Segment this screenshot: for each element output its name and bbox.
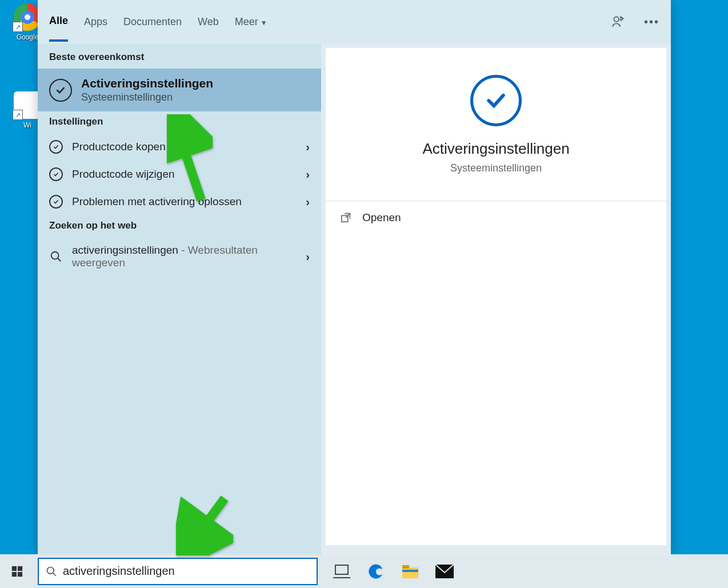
- best-match-title: Activeringsinstellingen: [81, 77, 213, 90]
- svg-point-0: [614, 17, 619, 22]
- svg-rect-17: [402, 567, 418, 578]
- tab-all[interactable]: Alle: [49, 2, 68, 42]
- chevron-right-icon[interactable]: ›: [306, 168, 310, 181]
- search-icon: [46, 566, 57, 577]
- chevron-right-icon[interactable]: ›: [306, 250, 310, 263]
- chrome-icon: ↗: [14, 3, 41, 31]
- svg-line-2: [58, 258, 61, 262]
- file-explorer-icon[interactable]: [401, 562, 419, 581]
- svg-rect-19: [402, 570, 418, 572]
- taskbar-search[interactable]: [38, 558, 318, 585]
- svg-line-6: [175, 122, 201, 200]
- svg-line-14: [53, 573, 56, 575]
- tab-more[interactable]: Meer▼: [235, 3, 267, 41]
- check-circle-icon: [470, 75, 522, 126]
- svg-rect-18: [402, 565, 409, 569]
- best-match-subtitle: Systeeminstellingen: [81, 91, 213, 103]
- svg-point-13: [47, 567, 54, 574]
- chevron-right-icon[interactable]: ›: [306, 141, 310, 154]
- svg-rect-12: [18, 571, 22, 576]
- detail-title: Activeringsinstellingen: [422, 140, 569, 158]
- shortcut-arrow-icon: ↗: [13, 110, 23, 120]
- chevron-right-icon[interactable]: ›: [306, 195, 310, 209]
- section-best-match: Beste overeenkomst: [38, 43, 321, 69]
- svg-point-1: [51, 252, 59, 259]
- svg-line-8: [189, 498, 225, 547]
- tab-apps[interactable]: Apps: [84, 3, 107, 41]
- check-circle-icon: [49, 140, 63, 154]
- task-view-icon[interactable]: [333, 562, 351, 581]
- feedback-icon[interactable]: [611, 14, 626, 29]
- open-link-icon: [339, 211, 352, 224]
- search-input[interactable]: [63, 565, 310, 578]
- caret-down-icon: ▼: [261, 19, 267, 27]
- open-action-label: Openen: [362, 211, 401, 224]
- tab-web[interactable]: Web: [198, 3, 219, 41]
- section-web-search: Zoeken op het web: [38, 215, 321, 237]
- search-icon: [49, 250, 63, 263]
- svg-rect-15: [335, 565, 348, 574]
- tabs-bar: Alle Apps Documenten Web Meer▼ •••: [38, 0, 671, 43]
- detail-pane: Activeringsinstellingen Systeeminstellin…: [326, 48, 666, 201]
- taskbar: [0, 554, 728, 588]
- svg-rect-10: [18, 566, 22, 570]
- tab-more-label: Meer: [235, 16, 258, 27]
- web-result-query: activeringsinstellingen: [72, 244, 178, 256]
- check-circle-icon: [49, 195, 63, 209]
- detail-subtitle: Systeeminstellingen: [450, 162, 542, 174]
- best-match-result[interactable]: Activeringsinstellingen Systeeminstellin…: [38, 69, 321, 111]
- svg-rect-11: [12, 571, 17, 576]
- more-options-icon[interactable]: •••: [644, 15, 659, 29]
- check-circle-icon: [49, 167, 63, 181]
- start-button[interactable]: [0, 554, 34, 588]
- mail-icon[interactable]: [435, 562, 454, 581]
- web-result[interactable]: activeringsinstellingen - Webresultaten …: [38, 237, 321, 276]
- annotation-arrow: [176, 493, 233, 555]
- check-circle-icon: [49, 79, 72, 102]
- edge-icon[interactable]: [367, 562, 385, 581]
- search-panel: Alle Apps Documenten Web Meer▼ ••• Beste…: [38, 0, 671, 554]
- svg-rect-9: [12, 566, 17, 570]
- tab-documents[interactable]: Documenten: [123, 3, 182, 41]
- open-action[interactable]: Openen: [326, 201, 666, 234]
- web-result-text: activeringsinstellingen - Webresultaten …: [72, 244, 297, 269]
- annotation-arrow: [167, 114, 213, 206]
- shortcut-arrow-icon: ↗: [13, 22, 23, 32]
